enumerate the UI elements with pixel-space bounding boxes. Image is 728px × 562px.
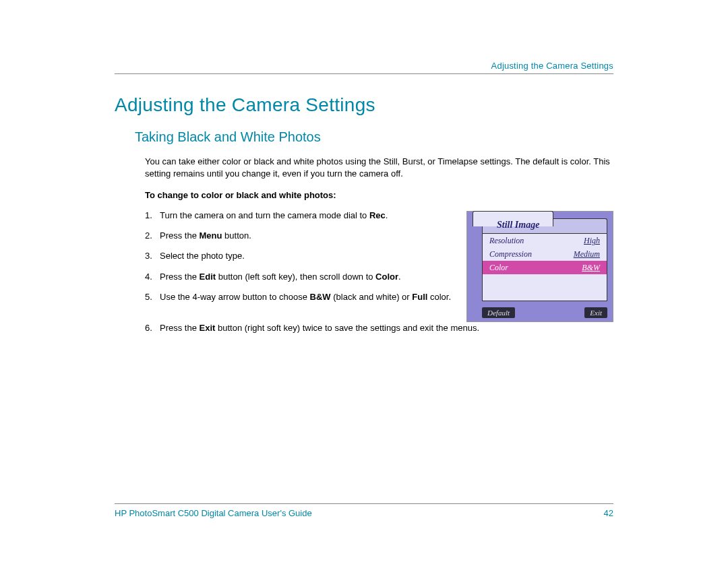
step-5: 5. Use the 4-way arrow button to choose … <box>145 291 453 303</box>
step-3: 3. Select the photo type. <box>145 250 453 262</box>
lcd-softkey-left: Default <box>482 307 515 318</box>
step-text: Press the Menu button. <box>160 230 453 242</box>
step-6: 6. Press the Exit button (right soft key… <box>145 322 613 334</box>
step-text: Press the Edit button (left soft key), t… <box>160 271 453 283</box>
step-2: 2. Press the Menu button. <box>145 230 453 242</box>
page-number: 42 <box>604 508 613 518</box>
header-rule <box>115 73 613 74</box>
step-number: 2. <box>145 230 160 242</box>
step-text: Select the photo type. <box>160 250 453 262</box>
procedure-heading: To change to color or black and white ph… <box>145 190 613 200</box>
lcd-softkey-right: Exit <box>584 307 607 318</box>
running-header: Adjusting the Camera Settings <box>115 61 613 73</box>
lcd-row-resolution: ResolutionHigh <box>483 234 607 247</box>
step-number: 4. <box>145 271 160 283</box>
lcd-title: Still Image <box>497 220 539 230</box>
step-text: Use the 4-way arrow button to choose B&W… <box>160 291 453 303</box>
step-1: 1. Turn the camera on and turn the camer… <box>145 210 453 222</box>
step-number: 5. <box>145 291 160 303</box>
lcd-panel: ResolutionHigh CompressionMedium ColorB&… <box>482 233 607 301</box>
step-4: 4. Press the Edit button (left soft key)… <box>145 271 453 283</box>
page-title: Adjusting the Camera Settings <box>115 94 613 116</box>
step-number: 1. <box>145 210 160 222</box>
lcd-row-color-selected: ColorB&W <box>483 261 607 274</box>
intro-paragraph: You can take either color or black and w… <box>145 156 613 179</box>
steps-column: 1. Turn the camera on and turn the camer… <box>145 210 453 311</box>
step-number: 6. <box>145 322 160 334</box>
camera-lcd-screenshot: Still Image ResolutionHigh CompressionMe… <box>466 211 613 322</box>
step-text: Press the Exit button (right soft key) t… <box>160 322 613 334</box>
section-title: Taking Black and White Photos <box>135 129 613 145</box>
lcd-row-compression: CompressionMedium <box>483 247 607 261</box>
footer-title: HP PhotoSmart C500 Digital Camera User's… <box>115 508 312 518</box>
page-footer: HP PhotoSmart C500 Digital Camera User's… <box>115 503 613 518</box>
step-number: 3. <box>145 250 160 262</box>
step-text: Turn the camera on and turn the camera m… <box>160 210 453 222</box>
